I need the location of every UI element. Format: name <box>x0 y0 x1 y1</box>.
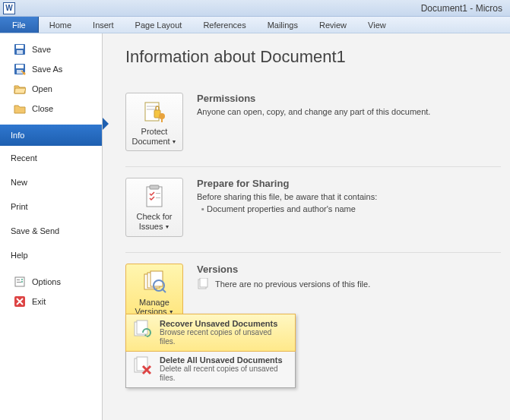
backstage-content: Information about Document1 Protect Docu… <box>103 33 510 420</box>
manage-versions-menu: Recover Unsaved Documents Browse recent … <box>125 314 296 388</box>
permissions-title: Permissions <box>197 93 501 104</box>
chevron-down-icon: ▼ <box>172 139 177 144</box>
menu-item-desc: Delete all recent copies of unsaved file… <box>160 365 289 383</box>
svg-rect-28 <box>200 278 207 287</box>
sidebar-item-info[interactable]: Info <box>0 125 102 146</box>
manage-versions-icon <box>142 270 166 295</box>
svg-rect-19 <box>150 185 159 189</box>
prepare-items-list: Document properties and author's name <box>197 204 501 213</box>
tab-mailings[interactable]: Mailings <box>257 17 309 33</box>
tab-insert[interactable]: Insert <box>82 17 125 33</box>
ribbon-tabs: File Home Insert Page Layout References … <box>0 17 510 33</box>
sidebar-label: Open <box>32 84 94 93</box>
versions-status-icon <box>197 278 209 290</box>
prepare-item: Document properties and author's name <box>201 204 501 213</box>
permissions-body: Anyone can open, copy, and change any pa… <box>197 107 501 116</box>
prepare-body: Before sharing this file, be aware that … <box>197 192 501 201</box>
options-icon <box>14 276 26 288</box>
svg-rect-8 <box>17 282 21 283</box>
versions-title: Versions <box>197 264 501 275</box>
menu-item-title: Delete All Unsaved Documents <box>160 355 289 365</box>
tab-view[interactable]: View <box>357 17 397 33</box>
sidebar-item-print[interactable]: Print <box>0 194 102 219</box>
sidebar-item-new[interactable]: New <box>0 170 102 194</box>
open-folder-icon <box>14 83 26 95</box>
word-app-icon: W <box>3 2 15 14</box>
svg-rect-20 <box>156 193 160 194</box>
page-title: Information about Document1 <box>125 47 501 67</box>
svg-rect-21 <box>156 197 160 198</box>
sidebar-label: Save <box>32 45 94 54</box>
section-versions: Manage Versions▼ Versions There are no p… <box>125 253 501 337</box>
prepare-title: Prepare for Sharing <box>197 178 501 189</box>
sidebar-label: New <box>11 178 94 187</box>
delete-icon <box>132 355 154 377</box>
svg-rect-7 <box>17 279 20 280</box>
title-bar: W Document1 - Micros <box>0 0 510 17</box>
svg-rect-30 <box>137 321 147 334</box>
window-title: Document1 - Micros <box>421 3 505 14</box>
svg-point-9 <box>21 279 23 280</box>
sidebar-item-help[interactable]: Help <box>0 243 102 267</box>
sidebar-item-save-send[interactable]: Save & Send <box>0 219 102 243</box>
chevron-down-icon: ▼ <box>164 224 169 229</box>
tab-page-layout[interactable]: Page Layout <box>125 17 193 33</box>
versions-body: There are no previous versions of this f… <box>215 279 370 289</box>
sidebar-item-recent[interactable]: Recent <box>0 146 102 170</box>
sidebar-label: Close <box>32 104 94 113</box>
svg-rect-24 <box>150 271 163 286</box>
button-label: Check for Issues▼ <box>129 212 179 231</box>
check-issues-icon <box>142 185 166 209</box>
sidebar-label: Help <box>11 251 94 260</box>
section-prepare-sharing: Check for Issues▼ Prepare for Sharing Be… <box>125 167 501 252</box>
exit-icon <box>14 295 26 308</box>
svg-rect-4 <box>16 65 24 68</box>
sidebar-label: Recent <box>11 153 94 163</box>
close-folder-icon <box>14 103 26 115</box>
selected-indicator-icon <box>103 118 109 130</box>
menu-item-desc: Browse recent copies of unsaved files. <box>160 328 289 346</box>
sidebar-item-exit[interactable]: Exit <box>0 292 102 311</box>
protect-document-icon <box>142 99 166 124</box>
save-as-icon <box>14 63 26 75</box>
svg-rect-1 <box>16 45 24 49</box>
menu-item-title: Recover Unsaved Documents <box>160 319 289 328</box>
svg-point-10 <box>21 281 23 283</box>
backstage-sidebar: Save Save As Open Close Info Recent <box>0 33 103 420</box>
svg-rect-2 <box>17 50 23 54</box>
tab-home[interactable]: Home <box>39 17 82 33</box>
tab-references[interactable]: References <box>192 17 256 33</box>
protect-document-button[interactable]: Protect Document▼ <box>125 93 183 151</box>
menu-item-recover-unsaved[interactable]: Recover Unsaved Documents Browse recent … <box>125 314 296 352</box>
sidebar-label: Save & Send <box>11 226 94 235</box>
section-permissions: Protect Document▼ Permissions Anyone can… <box>125 82 501 167</box>
sidebar-label: Save As <box>32 65 94 74</box>
sidebar-label: Exit <box>32 297 94 306</box>
tab-review[interactable]: Review <box>309 17 357 33</box>
sidebar-item-open[interactable]: Open <box>0 79 102 99</box>
tab-file[interactable]: File <box>0 17 39 33</box>
sidebar-item-save-as[interactable]: Save As <box>0 59 102 79</box>
sidebar-label: Print <box>11 202 94 211</box>
sidebar-item-save[interactable]: Save <box>0 39 102 59</box>
sidebar-item-close[interactable]: Close <box>0 99 102 118</box>
svg-rect-17 <box>161 118 163 122</box>
sidebar-item-options[interactable]: Options <box>0 272 102 292</box>
recover-icon <box>132 319 154 340</box>
menu-item-delete-unsaved[interactable]: Delete All Unsaved Documents Delete all … <box>126 351 295 387</box>
sidebar-label: Options <box>32 277 94 286</box>
check-for-issues-button[interactable]: Check for Issues▼ <box>125 178 183 236</box>
svg-line-26 <box>162 289 166 292</box>
button-label: Protect Document▼ <box>129 127 179 146</box>
save-icon <box>14 43 26 55</box>
sidebar-label: Info <box>11 131 94 140</box>
